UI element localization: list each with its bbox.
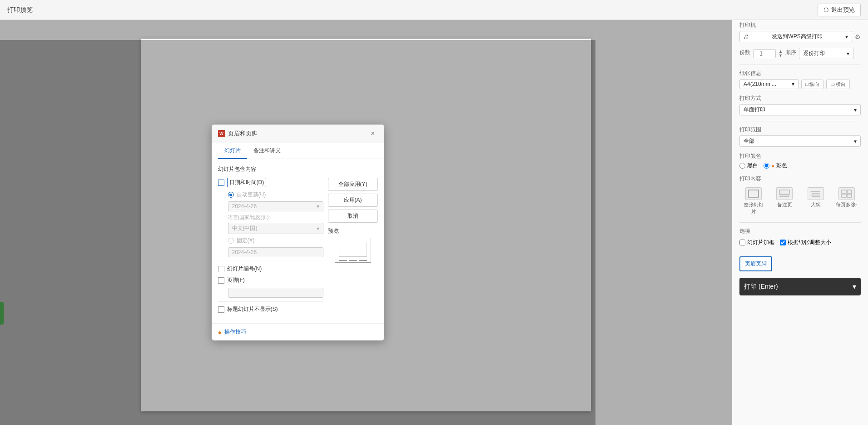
print-range-label: 打印范围	[739, 126, 861, 134]
wps-logo: W	[218, 130, 225, 137]
outline-label: 大纲	[811, 201, 821, 208]
landscape-icon: ▭	[830, 81, 835, 87]
dialog-right: 全部应用(Y) 应用(A) 取消 预览	[328, 178, 378, 317]
footer-input-container	[228, 288, 323, 298]
divider1	[218, 261, 323, 261]
paper-label: 纸张信息	[739, 70, 861, 77]
help-link[interactable]: 操作技巧	[224, 328, 246, 336]
svg-rect-11	[847, 194, 852, 197]
copies-label: 份数	[739, 49, 750, 56]
exit-icon: ⬡	[823, 6, 828, 13]
divider-1	[739, 65, 861, 65]
dialog-title: 页眉和页脚	[228, 130, 258, 138]
slide-frame-checkbox[interactable]	[739, 240, 745, 245]
top-bar: 打印预览 ⬡ 退出预览	[0, 0, 868, 20]
preview-area: W 页眉和页脚 × 幻灯片 备注和讲义 幻灯片包含内容	[0, 20, 732, 425]
content-notes[interactable]: 备注页	[770, 185, 799, 217]
print-mode-select[interactable]: 单面打印 ▾	[739, 104, 861, 115]
full-slide-icon	[745, 187, 762, 200]
preview-line-center	[349, 260, 357, 261]
print-button[interactable]: 打印 (Enter) ▾	[739, 278, 861, 295]
print-color-row: 打印颜色 黑白 ● 彩色	[739, 152, 861, 170]
printer-gear-icon[interactable]: ⚙	[855, 33, 861, 40]
copies-input[interactable]	[753, 49, 776, 58]
dialog-close-button[interactable]: ×	[368, 129, 377, 138]
color-option[interactable]: ● 彩色	[764, 162, 787, 170]
options-checkboxes: 幻灯片加框 根据纸张调整大小	[739, 239, 861, 246]
exit-preview-button[interactable]: ⬡ 退出预览	[818, 4, 861, 16]
copies-down[interactable]: ▼	[779, 54, 783, 58]
language-select[interactable]: 中文(中国) ▾	[228, 223, 323, 234]
portrait-icon: □	[805, 81, 808, 87]
options-label: 选项	[739, 227, 861, 235]
printer-row: 打印机 🖨 发送到WPS高级打印 ▾ ⚙	[739, 21, 861, 42]
printer-label: 打印机	[739, 21, 861, 29]
multi-label: 每页多张·	[836, 201, 857, 208]
print-range-select[interactable]: 全部 ▾	[739, 135, 861, 147]
blackwhite-option[interactable]: 黑白	[739, 162, 758, 170]
datetime-checkbox[interactable]	[218, 180, 224, 186]
printer-select[interactable]: 🖨 发送到WPS高级打印 ▾	[739, 31, 852, 42]
fixed-radio-row: 固定(X)	[228, 237, 323, 245]
footer-text-input[interactable]	[228, 288, 323, 298]
blackwhite-radio[interactable]	[739, 163, 745, 169]
content-multi[interactable]: 每页多张·	[833, 185, 861, 217]
footer-row: 页脚(F)	[218, 276, 323, 284]
landscape-button[interactable]: ▭ 横向	[826, 80, 850, 89]
portrait-button[interactable]: □ 纵向	[801, 80, 823, 89]
footer-checkbox[interactable]	[218, 277, 224, 284]
order-select[interactable]: 逐份打印 ▾	[799, 48, 853, 59]
section-label: 幻灯片包含内容	[218, 165, 378, 173]
slide-number-checkbox[interactable]	[218, 266, 224, 272]
datetime-sub-options: 自动更新(U) 2024-4-26 ▾ 语言(国家/地区)(L): 中文(中国)…	[218, 191, 323, 257]
full-slide-label: 整张幻灯片	[741, 201, 766, 215]
svg-rect-8	[842, 190, 846, 193]
svg-rect-10	[842, 194, 846, 197]
slide-number-label: 幻灯片编号(N)	[227, 265, 262, 273]
print-mode-label: 打印方式	[739, 95, 861, 102]
dialog-left: 日期和时间(D) 自动更新(U) 2024-4-26 ▾	[218, 178, 323, 317]
datetime-label[interactable]: 日期和时间(D)	[227, 178, 267, 187]
color-options: 黑白 ● 彩色	[739, 162, 861, 170]
fixed-date-input[interactable]: 2024-4-26	[228, 247, 323, 257]
header-footer-button[interactable]: 页眉页脚	[739, 256, 772, 271]
paper-orientation: □ 纵向 ▭ 横向	[801, 80, 850, 89]
svg-rect-0	[749, 190, 759, 197]
apply-button[interactable]: 应用(A)	[328, 194, 378, 207]
print-content-grid: 整张幻灯片 备注页 大纲 每页多张·	[739, 185, 861, 217]
auto-update-label: 自动更新(U)	[237, 191, 266, 199]
content-full-slide[interactable]: 整张幻灯片	[739, 185, 768, 217]
slide-number-row: 幻灯片编号(N)	[218, 265, 323, 273]
slide-frame-option[interactable]: 幻灯片加框	[739, 239, 774, 246]
adjust-size-checkbox[interactable]	[780, 240, 786, 245]
apply-all-button[interactable]: 全部应用(Y)	[328, 178, 378, 191]
dialog-main-content: 日期和时间(D) 自动更新(U) 2024-4-26 ▾	[218, 178, 378, 317]
preview-box	[335, 238, 371, 263]
fixed-radio[interactable]	[228, 238, 234, 244]
preview-inner	[339, 242, 367, 257]
print-color-label: 打印颜色	[739, 152, 861, 160]
adjust-size-option[interactable]: 根据纸张调整大小	[780, 239, 831, 246]
cancel-button[interactable]: 取消	[328, 210, 378, 223]
modal-overlay: W 页眉和页脚 × 幻灯片 备注和讲义 幻灯片包含内容	[0, 40, 595, 425]
date-select[interactable]: 2024-4-26 ▾	[228, 201, 323, 211]
preview-line-right	[359, 260, 367, 261]
printer-icon: 🖨	[744, 34, 749, 40]
hide-title-checkbox[interactable]	[218, 306, 224, 313]
action-buttons: 全部应用(Y) 应用(A) 取消	[328, 178, 378, 223]
auto-update-radio[interactable]	[228, 192, 234, 198]
copies-spin: ▲ ▼	[779, 50, 783, 58]
content-outline[interactable]: 大纲	[802, 185, 830, 217]
notes-label: 备注页	[777, 201, 792, 208]
dialog-tabs: 幻灯片 备注和讲义	[212, 143, 384, 159]
datetime-checkbox-row: 日期和时间(D)	[218, 178, 323, 187]
copies-control: 份数 ▲ ▼ 顺序 逐份打印 ▾	[739, 48, 861, 59]
printer-control: 🖨 发送到WPS高级打印 ▾ ⚙	[739, 31, 861, 42]
print-mode-row: 打印方式 单面打印 ▾	[739, 95, 861, 115]
paper-control: A4(210mm ... ▾ □ 纵向 ▭ 横向	[739, 79, 861, 89]
paper-size-select[interactable]: A4(210mm ... ▾	[739, 79, 799, 89]
tab-notes[interactable]: 备注和讲义	[247, 143, 287, 159]
color-radio[interactable]	[764, 163, 769, 169]
tab-slides[interactable]: 幻灯片	[218, 143, 247, 159]
fixed-label: 固定(X)	[237, 237, 255, 245]
